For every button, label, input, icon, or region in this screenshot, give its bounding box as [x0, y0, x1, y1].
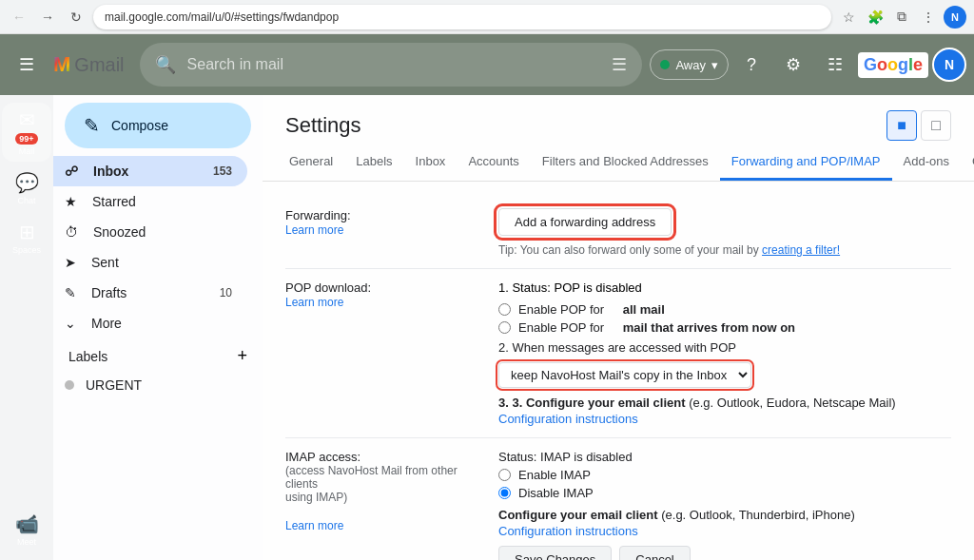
- gmail-logo: M Gmail: [53, 52, 125, 77]
- sidebar-item-drafts[interactable]: ✎ Drafts 10: [53, 278, 247, 308]
- tab-addons[interactable]: Add-ons: [892, 145, 961, 181]
- sidebar-item-chat[interactable]: 💬 Chat: [2, 165, 51, 211]
- sidebar-item-mail[interactable]: ✉ 99+ Mail: [2, 103, 51, 162]
- back-button[interactable]: ←: [8, 6, 30, 29]
- tab-chat[interactable]: Chat and Meet: [961, 145, 974, 181]
- imap-disable-radio[interactable]: [498, 487, 511, 499]
- search-input[interactable]: [187, 56, 601, 73]
- sidebar-item-more[interactable]: ⌄ More: [53, 308, 247, 338]
- creating-filter-link[interactable]: creating a filter!: [762, 243, 840, 257]
- sidebar-item-snoozed[interactable]: ⏱ Snoozed: [53, 217, 247, 247]
- pop-configure-link[interactable]: Configuration instructions: [498, 412, 951, 426]
- snoozed-icon: ⏱: [65, 224, 78, 240]
- meet-label: Meet: [17, 537, 36, 547]
- imap-section: IMAP access: (access NavoHost Mail from …: [285, 438, 951, 560]
- tab-accounts[interactable]: Accounts: [457, 145, 530, 181]
- pop-from-now-option[interactable]: Enable POP for mail that arrives from no…: [498, 320, 951, 335]
- pop-all-label-bold: all mail: [623, 302, 665, 317]
- inbox-label: Inbox: [93, 164, 128, 179]
- extension-button[interactable]: 🧩: [864, 6, 886, 29]
- starred-label: Starred: [92, 194, 136, 209]
- menu-button[interactable]: ⋮: [917, 6, 940, 29]
- save-changes-button[interactable]: Save Changes: [498, 546, 612, 560]
- forward-button[interactable]: →: [36, 6, 59, 29]
- spaces-label: Spaces: [12, 245, 41, 255]
- pop-configure-title-text: 3. Configure your email client: [512, 396, 685, 410]
- label-urgent-text: URGENT: [86, 377, 142, 393]
- mail-label: Mail: [19, 146, 35, 156]
- reload-button[interactable]: ↻: [65, 6, 88, 29]
- forwarding-learn-more[interactable]: Learn more: [285, 223, 343, 237]
- cancel-button[interactable]: Cancel: [619, 546, 690, 560]
- more-icon: ⌄: [65, 316, 76, 331]
- top-bar: ☰ M Gmail 🔍 ☰ Away ▾ ? ⚙ ☷ G o o g l: [0, 34, 974, 95]
- imap-disable-option[interactable]: Disable IMAP: [498, 486, 951, 500]
- pop-all-radio[interactable]: [498, 303, 511, 316]
- starred-icon: ★: [65, 194, 77, 209]
- imap-configure-subtitle: (e.g. Outlook, Thunderbird, iPhone): [661, 508, 855, 522]
- inbox-count: 153: [213, 164, 232, 178]
- mail-icon: ✉: [19, 108, 35, 131]
- comfortable-view-button[interactable]: □: [921, 110, 951, 141]
- imap-enable-radio[interactable]: [498, 469, 511, 481]
- tab-general[interactable]: General: [278, 145, 344, 181]
- google-logo: G o o g l e: [858, 52, 928, 78]
- gmail-text-logo: Gmail: [74, 54, 124, 76]
- browser-bar: ← → ↻ ☆ 🧩 ⧉ ⋮ N: [0, 0, 974, 34]
- split-view-button[interactable]: ⧉: [890, 6, 913, 29]
- help-button[interactable]: ?: [732, 46, 770, 84]
- tab-filters[interactable]: Filters and Blocked Addresses: [531, 145, 720, 181]
- compact-view-button[interactable]: ■: [886, 110, 917, 141]
- settings-title: Settings: [285, 113, 361, 138]
- pop-all-label-pre: Enable POP for: [518, 302, 604, 317]
- status-pill[interactable]: Away ▾: [650, 49, 729, 80]
- settings-button[interactable]: ⚙: [774, 46, 812, 84]
- address-bar[interactable]: [93, 5, 831, 29]
- add-forwarding-button[interactable]: Add a forwarding address: [498, 208, 672, 236]
- account-button[interactable]: N: [932, 48, 966, 82]
- imap-status-text: Status: IMAP is disabled: [498, 450, 951, 464]
- add-label-button[interactable]: +: [237, 346, 247, 366]
- search-options-icon[interactable]: ☰: [612, 54, 627, 75]
- drafts-count: 10: [220, 286, 232, 299]
- content-area: ✉ 99+ Mail 💬 Chat ⊞ Spaces 📹 Meet ✎ Comp…: [0, 95, 974, 560]
- forwarding-label-text: Forwarding:: [285, 208, 351, 222]
- pop-fromnow-label-bold: mail that arrives from now on: [623, 320, 795, 335]
- compose-button[interactable]: ✎ Compose: [65, 103, 251, 148]
- apps-button[interactable]: ☷: [816, 46, 854, 84]
- pop-all-mail-option[interactable]: Enable POP for all mail: [498, 302, 951, 317]
- imap-learn-more[interactable]: Learn more: [285, 519, 343, 532]
- pop-fromnow-radio[interactable]: [498, 321, 511, 334]
- label-urgent[interactable]: URGENT: [53, 370, 247, 400]
- tab-forwarding[interactable]: Forwarding and POP/IMAP: [720, 145, 892, 181]
- settings-header: Settings ■ □: [263, 95, 974, 141]
- sidebar-item-inbox[interactable]: ☍ Inbox 153: [53, 156, 247, 186]
- hamburger-button[interactable]: ☰: [8, 46, 46, 84]
- sidebar-item-starred[interactable]: ★ Starred: [53, 186, 247, 217]
- profile-button[interactable]: N: [944, 6, 966, 29]
- pop-configure-title: 3. 3. Configure your email client (e.g. …: [498, 396, 896, 410]
- sent-label: Sent: [91, 255, 119, 270]
- imap-control: Status: IMAP is disabled Enable IMAP Dis…: [498, 450, 951, 560]
- sidebar-item-meet[interactable]: 📹 Meet: [2, 507, 51, 552]
- search-bar[interactable]: 🔍 ☰: [140, 43, 643, 87]
- compose-icon: ✎: [84, 114, 100, 137]
- imap-sub1: (access NavoHost Mail from other clients: [285, 464, 476, 491]
- tab-inbox[interactable]: Inbox: [404, 145, 458, 181]
- tab-labels[interactable]: Labels: [344, 145, 403, 181]
- imap-configure-title-text: Configure your email client (e.g. Outloo…: [498, 508, 855, 522]
- imap-disable-label: Disable IMAP: [518, 486, 594, 500]
- pop-action-select[interactable]: keep NavoHost Mail's copy in the Inbox m…: [498, 362, 751, 388]
- status-label: Away: [675, 58, 706, 72]
- sidebar-item-sent[interactable]: ➤ Sent: [53, 247, 247, 278]
- pop-learn-more[interactable]: Learn more: [285, 296, 343, 309]
- imap-configure-link[interactable]: Configuration instructions: [498, 524, 951, 538]
- imap-radio-group: Enable IMAP Disable IMAP: [498, 468, 951, 500]
- drafts-label: Drafts: [91, 285, 127, 300]
- bookmark-button[interactable]: ☆: [837, 6, 860, 29]
- imap-label-text: IMAP access:: [285, 450, 360, 464]
- imap-configure-title: Configure your email client: [498, 508, 658, 522]
- labels-title: Labels: [68, 349, 107, 364]
- sidebar-item-spaces[interactable]: ⊞ Spaces: [2, 215, 51, 261]
- imap-enable-option[interactable]: Enable IMAP: [498, 468, 951, 482]
